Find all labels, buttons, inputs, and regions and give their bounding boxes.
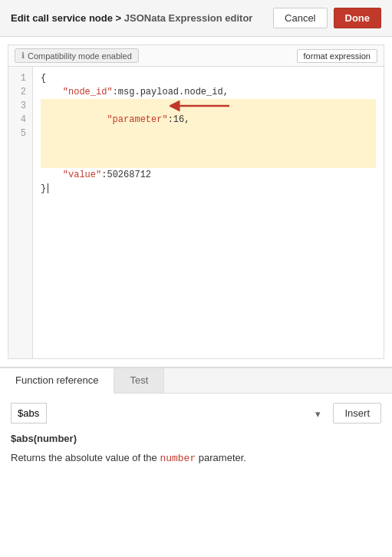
editor-toolbar: ℹ Compatibility mode enabled format expr… xyxy=(8,45,384,67)
code-line-1: { xyxy=(41,71,376,85)
tab-test[interactable]: Test xyxy=(114,368,164,393)
bottom-tabs: Function reference Test xyxy=(0,368,392,394)
compat-badge-label: Compatibility mode enabled xyxy=(28,51,132,61)
header-buttons: Cancel Done xyxy=(273,8,381,28)
line-numbers: 1 2 3 4 5 xyxy=(8,67,33,358)
line-num-2: 2 xyxy=(15,85,26,99)
done-button[interactable]: Done xyxy=(334,8,382,28)
cancel-button[interactable]: Cancel xyxy=(273,8,327,28)
insert-button[interactable]: Insert xyxy=(333,403,381,424)
header: Edit call service node > JSONata Express… xyxy=(0,0,392,37)
tab-function-reference[interactable]: Function reference xyxy=(0,368,114,394)
func-desc-after: parameter. xyxy=(196,452,246,463)
line-num-1: 1 xyxy=(15,71,26,85)
page-title: JSONata Expression editor xyxy=(124,12,253,24)
code-content[interactable]: { "node_id":msg.payload.node_id, "parame… xyxy=(33,67,384,358)
red-arrow-annotation xyxy=(170,100,231,112)
function-select[interactable]: $abs xyxy=(11,403,47,424)
code-line-2: "node_id":msg.payload.node_id, xyxy=(41,85,376,99)
cursor xyxy=(48,183,48,193)
code-line-4: "value":50268712 xyxy=(41,168,376,182)
function-description: Returns the absolute value of the number… xyxy=(11,450,381,466)
bottom-content: $abs Insert $abs(number) Returns the abs… xyxy=(0,394,392,476)
code-line-3: "parameter":16, xyxy=(41,99,376,168)
func-desc-before: Returns the absolute value of the xyxy=(11,452,160,463)
breadcrumb: Edit call service node > JSONata Express… xyxy=(11,12,252,24)
line-num-5: 5 xyxy=(15,127,26,140)
function-select-wrapper[interactable]: $abs xyxy=(11,403,327,424)
breadcrumb-prefix: Edit call service node > xyxy=(11,12,121,24)
line-num-3: 3 xyxy=(15,99,26,113)
function-signature: $abs(number) xyxy=(11,433,381,444)
format-expression-button[interactable]: format expression xyxy=(297,49,377,63)
func-desc-highlight: number xyxy=(160,453,196,464)
compatibility-badge: ℹ Compatibility mode enabled xyxy=(15,48,139,63)
editor-container: ℹ Compatibility mode enabled format expr… xyxy=(8,44,384,359)
code-editor[interactable]: 1 2 3 4 5 { "node_id":msg.payload.node_i… xyxy=(8,67,384,358)
bottom-panel: Function reference Test $abs Insert $abs… xyxy=(0,367,392,476)
line-num-4: 4 xyxy=(15,113,26,127)
info-icon: ℹ xyxy=(21,51,25,61)
code-line-5: } xyxy=(41,182,376,196)
function-select-row: $abs Insert xyxy=(11,403,381,424)
